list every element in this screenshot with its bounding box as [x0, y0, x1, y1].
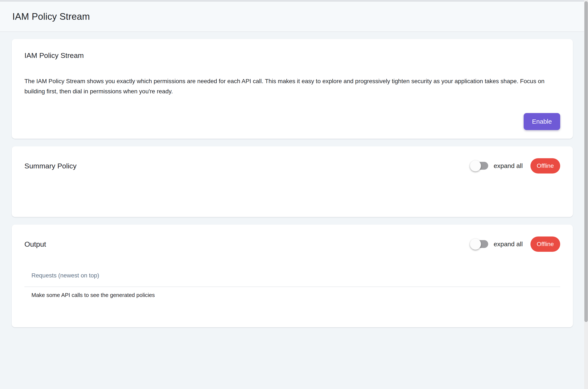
output-status-badge: Offline: [530, 236, 560, 252]
summary-expand-all-toggle[interactable]: [470, 160, 488, 171]
page-header: IAM Policy Stream: [0, 2, 588, 32]
toggle-knob: [470, 239, 481, 250]
main-content: IAM Policy Stream The IAM Policy Stream …: [0, 32, 588, 327]
output-expand-all-toggle[interactable]: [470, 239, 488, 250]
requests-section: Requests (newest on top) Make some API c…: [24, 272, 560, 298]
enable-button[interactable]: Enable: [524, 113, 560, 130]
intro-card-actions: Enable: [24, 113, 560, 130]
requests-divider: [24, 287, 560, 287]
summary-policy-title: Summary Policy: [24, 162, 77, 170]
requests-section-title: Requests (newest on top): [24, 272, 560, 279]
page-title: IAM Policy Stream: [12, 11, 90, 22]
summary-policy-header-row: Summary Policy expand all Offline: [24, 158, 560, 173]
output-header-row: Output expand all Offline: [24, 236, 560, 252]
vertical-scrollbar-thumb[interactable]: [584, 1, 588, 322]
intro-card-title: IAM Policy Stream: [24, 51, 560, 60]
output-expand-all-label: expand all: [494, 241, 523, 248]
vertical-scrollbar-track[interactable]: [584, 0, 588, 389]
output-title: Output: [24, 240, 46, 248]
requests-empty-message: Make some API calls to see the generated…: [24, 292, 560, 298]
toggle-knob: [470, 160, 481, 171]
intro-card-description: The IAM Policy Stream shows you exactly …: [24, 76, 555, 97]
summary-expand-all-label: expand all: [494, 162, 523, 169]
summary-policy-card: Summary Policy expand all Offline: [12, 146, 573, 217]
output-card: Output expand all Offline Requests (newe…: [12, 225, 573, 327]
intro-card: IAM Policy Stream The IAM Policy Stream …: [12, 39, 573, 139]
window-top-strip: [0, 0, 588, 2]
summary-status-badge: Offline: [530, 158, 560, 173]
